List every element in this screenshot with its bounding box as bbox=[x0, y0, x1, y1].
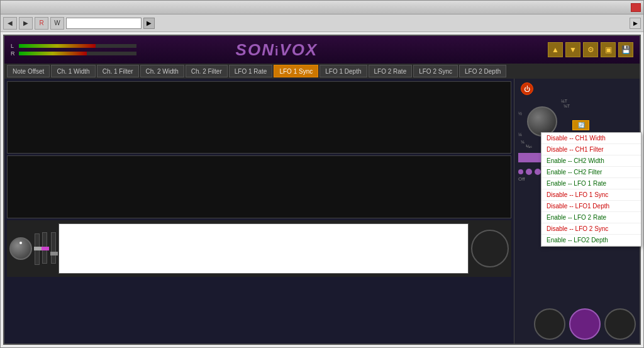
dropdown-menu: Disable -- CH1 Width Disable -- CH1 Filt… bbox=[541, 132, 641, 247]
meter-l-bar bbox=[19, 44, 136, 48]
dropdown-item-0[interactable]: Disable -- CH1 Width bbox=[541, 133, 641, 144]
tab-lfo2-rate[interactable]: LFO 2 Rate bbox=[369, 65, 413, 77]
view-button[interactable]: ▣ bbox=[601, 42, 616, 57]
pitch-slider[interactable] bbox=[42, 232, 47, 264]
brand-name: SONiVOX bbox=[136, 40, 417, 60]
dropdown-item-2[interactable]: Enable -- CH2 Width bbox=[541, 155, 641, 167]
dropdown-item-4[interactable]: Enable -- LFO 1 Rate bbox=[541, 178, 641, 189]
pitch-thumb bbox=[42, 247, 49, 250]
tab-lfo2-depth[interactable]: LFO 2 Depth bbox=[459, 65, 506, 77]
velocity-editor[interactable] bbox=[7, 155, 511, 218]
tab-ch1-width[interactable]: Ch. 1 Width bbox=[51, 65, 95, 77]
dropdown-item-5[interactable]: Disable -- LFO 1 Sync bbox=[541, 189, 641, 201]
instrument-body: L R SONiVOX ▲ ▼ ⚙ ▣ 💾 Note O bbox=[3, 35, 641, 345]
meter-r-bar bbox=[19, 52, 136, 55]
volume-knob[interactable] bbox=[9, 237, 32, 260]
dropdown-item-6[interactable]: Disable -- LFO1 Depth bbox=[541, 201, 641, 212]
meter-r-label: R bbox=[11, 50, 17, 57]
instrument-header: L R SONiVOX ▲ ▼ ⚙ ▣ 💾 bbox=[4, 36, 640, 64]
tab-lfo2-sync[interactable]: LFO 2 Sync bbox=[413, 65, 458, 77]
res-label-18t: ⅛T bbox=[564, 104, 570, 108]
title-bar bbox=[1, 1, 643, 14]
sound-nav-button[interactable] bbox=[534, 308, 565, 340]
dropdown-item-8[interactable]: Disable -- LFO 2 Sync bbox=[541, 223, 641, 235]
toolbar: ◀ ▶ R W ▶ ▶ bbox=[1, 14, 643, 32]
dropdown-item-9[interactable]: Enable -- LFO2 Depth bbox=[541, 235, 641, 246]
record-button[interactable]: R bbox=[35, 17, 48, 30]
tab-lfo1-sync[interactable]: LFO 1 Sync bbox=[274, 65, 318, 77]
meter-l: L bbox=[11, 43, 136, 49]
settings-button[interactable]: ⚙ bbox=[583, 42, 598, 57]
glide-thumb bbox=[34, 247, 42, 250]
volume-knob-indicator bbox=[19, 242, 22, 244]
effects-nav-button[interactable] bbox=[604, 308, 636, 340]
rhythm-dot-2[interactable] bbox=[526, 169, 532, 175]
tab-bar: Note Offset Ch. 1 Width Ch. 1 Filter Ch.… bbox=[4, 64, 640, 79]
pitch-slider-section bbox=[42, 232, 47, 265]
content-area: ⏻ ¼T ⅛T ½ ¼ ⅛ ⅟₁₆ ⅟₃₂ bbox=[4, 79, 640, 344]
mod-slider-section bbox=[51, 232, 56, 265]
steps-section: 🔄 bbox=[572, 118, 589, 130]
meter-l-label: L bbox=[11, 43, 17, 49]
pattern-nav-button[interactable] bbox=[569, 308, 601, 340]
rhythm-lbl-off: Off bbox=[518, 176, 525, 182]
bottom-controls bbox=[7, 220, 511, 277]
down-button[interactable]: ▼ bbox=[565, 42, 580, 57]
pattern-editor[interactable] bbox=[7, 81, 511, 154]
glide-section bbox=[35, 232, 40, 265]
close-button[interactable] bbox=[631, 3, 641, 12]
reset-icon: 🔄 bbox=[578, 122, 585, 128]
meter-l-fill bbox=[19, 44, 96, 48]
mod-thumb bbox=[50, 252, 58, 255]
level-meters: L R bbox=[11, 43, 136, 57]
volume-section bbox=[9, 236, 32, 261]
scroll-right-button[interactable]: ▶ bbox=[630, 18, 641, 29]
dropdown-item-3[interactable]: Enable -- CH2 Filter bbox=[541, 167, 641, 178]
tab-lfo1-rate[interactable]: LFO 1 Rate bbox=[229, 65, 273, 77]
up-button[interactable]: ▲ bbox=[548, 42, 563, 57]
meter-r: R bbox=[11, 50, 136, 57]
tab-ch2-width[interactable]: Ch. 2 Width bbox=[140, 65, 184, 77]
rhythm-dot-1[interactable] bbox=[518, 169, 523, 174]
dropdown-item-7[interactable]: Enable -- LFO 2 Rate bbox=[541, 212, 641, 223]
keyboard[interactable] bbox=[58, 223, 469, 274]
reset-button[interactable]: 🔄 bbox=[572, 120, 589, 130]
mod-slider[interactable] bbox=[51, 232, 56, 264]
res-label-116: ⅟₁₆ bbox=[526, 144, 532, 149]
nav-circles bbox=[518, 303, 636, 340]
write-button[interactable]: W bbox=[50, 17, 64, 30]
meter-r-fill bbox=[19, 52, 87, 55]
back-button[interactable]: ◀ bbox=[3, 17, 17, 30]
res-label-18: ⅛ bbox=[521, 140, 525, 144]
tab-note-offset[interactable]: Note Offset bbox=[7, 65, 50, 77]
toolbar-arrow[interactable]: ▶ bbox=[143, 18, 155, 29]
power-button[interactable]: ⏻ bbox=[521, 82, 533, 95]
res-label-14t: ¼T bbox=[561, 99, 567, 103]
forward-button[interactable]: ▶ bbox=[19, 17, 33, 30]
main-window: ◀ ▶ R W ▶ ▶ L R SONiVOX bbox=[0, 0, 644, 348]
res-label-12: ½ bbox=[518, 111, 522, 116]
tab-ch2-filter[interactable]: Ch. 2 Filter bbox=[186, 65, 228, 77]
header-controls: ▲ ▼ ⚙ ▣ 💾 bbox=[548, 42, 633, 57]
save-button[interactable]: 💾 bbox=[618, 42, 633, 57]
glide-slider[interactable] bbox=[35, 233, 40, 265]
pattern-gen-header: ⏻ bbox=[518, 82, 636, 95]
tab-ch1-filter[interactable]: Ch. 1 Filter bbox=[97, 65, 139, 77]
res-label-14: ¼ bbox=[518, 132, 522, 137]
pitch-mod-section bbox=[42, 232, 56, 265]
dropdown-item-1[interactable]: Disable -- CH1 Filter bbox=[541, 144, 641, 155]
toolbar-input[interactable] bbox=[66, 18, 142, 29]
rhythm-dot-3[interactable] bbox=[535, 169, 541, 175]
tab-lfo1-depth[interactable]: LFO 1 Depth bbox=[319, 65, 367, 77]
sound-button[interactable] bbox=[471, 230, 509, 267]
main-panel bbox=[4, 79, 514, 344]
